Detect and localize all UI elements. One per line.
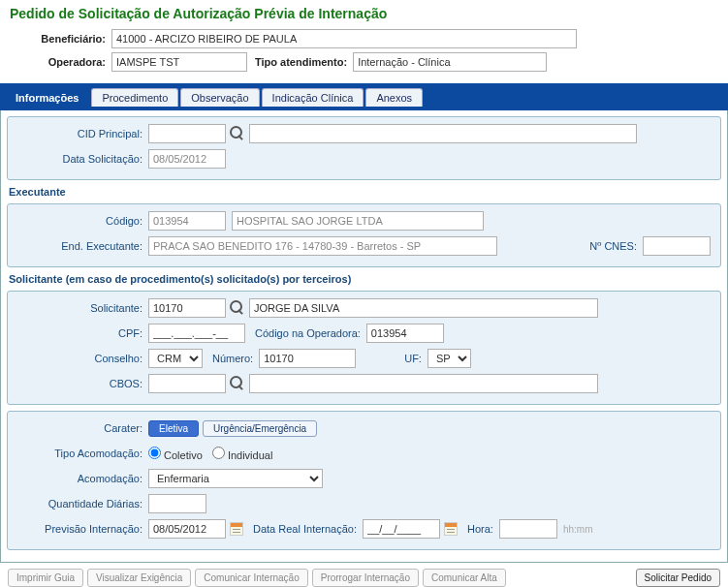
calendar-icon[interactable] — [444, 522, 458, 536]
data-real-label: Data Real Internação: — [243, 523, 363, 535]
qtd-diarias-input[interactable] — [148, 494, 206, 513]
executante-nome-input — [232, 211, 484, 231]
tab-panel-informacoes: CID Principal: Data Solicitação: Executa… — [0, 110, 728, 563]
solicitante-code-input[interactable] — [148, 298, 226, 318]
cpf-label: CPF: — [17, 327, 148, 339]
visualizar-exigencia-button[interactable]: Visualizar Exigência — [87, 569, 191, 587]
coletivo-text: Coletivo — [164, 449, 203, 461]
solicitante-title: Solicitante (em caso de procedimento(s) … — [9, 273, 721, 285]
search-icon[interactable] — [230, 376, 245, 391]
executante-end-label: End. Executante: — [17, 240, 148, 252]
section-internacao: Carater: Eletiva Urgência/Emergência Tip… — [7, 411, 721, 550]
prorrogar-internacao-button[interactable]: Prorrogar Internação — [312, 569, 419, 587]
conselho-label: Conselho: — [17, 353, 148, 364]
cid-label: CID Principal: — [17, 128, 148, 139]
tabs: Informações Procedimento Observação Indi… — [0, 83, 728, 108]
executante-end-input — [148, 236, 497, 256]
tab-anexos[interactable]: Anexos — [365, 88, 423, 107]
hhmm-hint: hh:mm — [563, 524, 593, 535]
individual-text: Individual — [228, 449, 272, 461]
data-real-input[interactable] — [363, 519, 440, 539]
uf-label: UF: — [395, 353, 427, 364]
carater-eletiva-button[interactable]: Eletiva — [148, 420, 199, 437]
executante-codigo-input — [148, 211, 226, 231]
numero-label: Número: — [203, 353, 259, 364]
data-solicitacao-label: Data Solicitação: — [17, 153, 148, 165]
executante-title: Executante — [9, 186, 721, 198]
hora-input[interactable] — [499, 519, 557, 539]
cod-operadora-label: Código na Operadora: — [245, 327, 366, 339]
footer-bar: Imprimir Guia Visualizar Exigência Comun… — [0, 563, 728, 587]
solicitante-label: Solicitante: — [17, 302, 148, 314]
acomodacao-label: Acomodação: — [17, 473, 148, 484]
solicitar-pedido-button[interactable]: Solicitar Pedido — [636, 569, 720, 587]
tab-informacoes[interactable]: Informações — [5, 88, 89, 107]
tab-procedimento[interactable]: Procedimento — [91, 88, 178, 107]
hora-label: Hora: — [458, 523, 499, 535]
comunicar-internacao-button[interactable]: Comunicar Internação — [195, 569, 307, 587]
cbos-desc-input[interactable] — [249, 374, 598, 393]
section-executante: Código: End. Executante: Nº CNES: — [7, 203, 721, 267]
solicitante-nome-input[interactable] — [249, 298, 598, 318]
calendar-icon[interactable] — [230, 522, 243, 536]
beneficiario-label: Beneficiário: — [10, 33, 111, 45]
numero-input[interactable] — [259, 349, 356, 368]
cid-code-input[interactable] — [148, 124, 226, 143]
cnes-label: Nº CNES: — [580, 240, 643, 252]
tipo-acom-individual-option[interactable]: Individual — [212, 447, 273, 461]
acomodacao-select[interactable]: Enfermaria — [148, 469, 323, 488]
conselho-select[interactable]: CRM — [148, 349, 203, 368]
beneficiario-input[interactable] — [111, 29, 577, 48]
tipo-atendimento-input[interactable] — [353, 52, 547, 72]
tab-observacao[interactable]: Observação — [180, 88, 259, 107]
radio-coletivo[interactable] — [148, 447, 161, 459]
data-solicitacao-input — [148, 149, 226, 169]
previsao-input[interactable] — [148, 519, 226, 539]
imprimir-guia-button[interactable]: Imprimir Guia — [8, 569, 83, 587]
radio-individual[interactable] — [212, 447, 225, 459]
search-icon[interactable] — [230, 300, 245, 316]
operadora-label: Operadora: — [10, 56, 111, 68]
previsao-label: Previsão Internação: — [17, 523, 148, 535]
tipo-atendimento-label: Tipo atendimento: — [247, 56, 353, 68]
header-form: Beneficiário: Operadora: Tipo atendiment… — [0, 25, 728, 83]
uf-select[interactable]: SP — [427, 349, 471, 368]
carater-urgencia-button[interactable]: Urgência/Emergência — [203, 420, 317, 437]
cid-desc-input[interactable] — [249, 124, 637, 143]
carater-label: Carater: — [17, 422, 148, 434]
page-title: Pedido de Solicitação de Autorização Pré… — [0, 0, 728, 25]
section-cid: CID Principal: Data Solicitação: — [7, 116, 721, 180]
cbos-label: CBOS: — [17, 378, 148, 389]
operadora-input[interactable] — [111, 52, 247, 72]
tipo-acomodacao-label: Tipo Acomodação: — [17, 448, 148, 459]
qtd-diarias-label: Quantidade Diárias: — [17, 498, 148, 510]
tipo-acom-coletivo-option[interactable]: Coletivo — [148, 447, 203, 461]
cbos-code-input[interactable] — [148, 374, 226, 393]
executante-codigo-label: Código: — [17, 215, 148, 227]
comunicar-alta-button[interactable]: Comunicar Alta — [423, 569, 506, 587]
cpf-input[interactable] — [148, 324, 245, 343]
search-icon[interactable] — [230, 126, 245, 141]
section-solicitante: Solicitante: CPF: Código na Operadora: C… — [7, 291, 721, 405]
cod-operadora-input[interactable] — [366, 324, 444, 343]
cnes-input[interactable] — [643, 236, 711, 256]
tab-indicacao-clinica[interactable]: Indicação Clínica — [262, 88, 364, 107]
